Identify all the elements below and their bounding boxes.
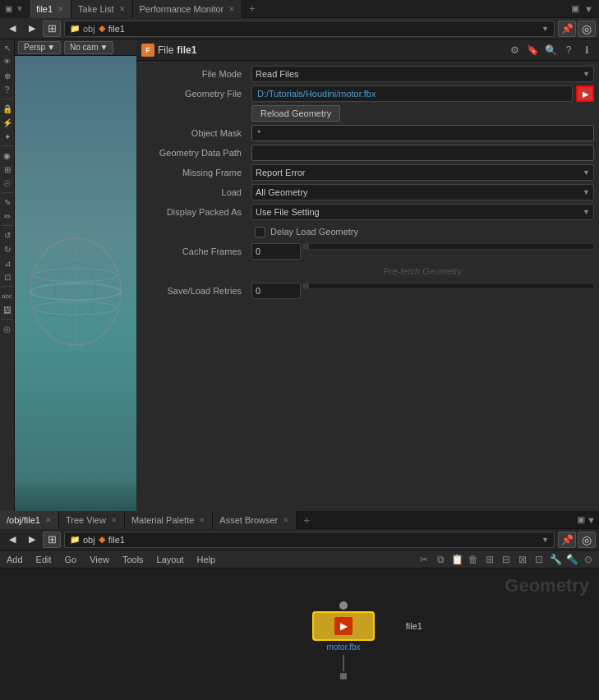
- save-load-retries-slider[interactable]: [302, 283, 594, 289]
- viewport-area: Persp ▼ No cam ▼: [15, 39, 136, 511]
- bottom-layout-icon[interactable]: ⊞: [43, 532, 61, 548]
- rotate-tool[interactable]: ↺: [1, 228, 14, 242]
- viewport-content[interactable]: [15, 56, 136, 511]
- tab-obj-file1[interactable]: /obj/file1 ✕: [0, 511, 59, 529]
- tool8[interactable]: ✎: [1, 196, 14, 209]
- cache-frames-slider[interactable]: [302, 243, 594, 250]
- bottom-window-icon[interactable]: ▣: [577, 514, 585, 525]
- panel-search-icon[interactable]: 🔍: [543, 43, 558, 58]
- menu-icon5[interactable]: ⊞: [482, 552, 497, 567]
- tab-tree-view-close[interactable]: ✕: [111, 516, 117, 524]
- lock-tool[interactable]: 🔒: [1, 102, 14, 115]
- file-browse-button[interactable]: ▸: [576, 85, 594, 102]
- menu-paste-icon[interactable]: 📋: [449, 552, 464, 567]
- bottom-back-button[interactable]: ◀: [3, 532, 21, 548]
- menu-icon7[interactable]: ⊠: [515, 552, 530, 567]
- reload-geometry-button[interactable]: Reload Geometry: [251, 105, 340, 122]
- menu-icon9[interactable]: 🔧: [548, 552, 563, 567]
- path-obj-label: obj: [83, 24, 95, 34]
- tool11[interactable]: ⊡: [1, 270, 14, 283]
- tab-obj-file1-close[interactable]: ✕: [45, 516, 52, 524]
- bottom-radial-button[interactable]: ◎: [578, 532, 596, 548]
- node-label: file1: [406, 621, 422, 631]
- tool7[interactable]: ☉: [1, 177, 14, 190]
- panel-bookmark-icon[interactable]: 🔖: [525, 43, 540, 58]
- menu-icon6[interactable]: ⊟: [499, 552, 514, 567]
- rotate-tool2[interactable]: ↻: [1, 242, 14, 256]
- bottom-forward-button[interactable]: ▶: [23, 532, 41, 548]
- bottom-arrow-icon[interactable]: ▼: [587, 515, 596, 525]
- panel-gear-icon[interactable]: ⚙: [507, 43, 522, 58]
- delay-load-checkbox[interactable]: [255, 227, 265, 237]
- tool13[interactable]: 🖼: [1, 303, 14, 316]
- panel-info-icon[interactable]: ℹ: [579, 43, 594, 58]
- tool14[interactable]: ◎: [1, 322, 14, 335]
- path-combo[interactable]: 📁 obj ◆ file1 ▼: [64, 21, 555, 37]
- tab-asset-browser-close[interactable]: ✕: [283, 516, 289, 524]
- menu-delete-icon[interactable]: 🗑: [466, 552, 481, 567]
- tab-take-list[interactable]: Take List ✕: [71, 0, 132, 18]
- file-mode-select[interactable]: Read Files ▼: [251, 66, 594, 82]
- network-canvas[interactable]: Geometry ▶ file1 motor.fbx: [0, 569, 599, 700]
- persp-camera-button[interactable]: Persp ▼: [18, 41, 61, 54]
- delay-load-checkbox-label: Delay Load Geometry: [270, 227, 358, 237]
- node-body[interactable]: ▶ file1: [312, 611, 375, 641]
- tab-file1-close[interactable]: ✕: [58, 5, 64, 13]
- nocam-button[interactable]: No cam ▼: [64, 41, 113, 54]
- menu-go[interactable]: Go: [62, 555, 81, 564]
- display-packed-select[interactable]: Use File Setting ▼: [251, 204, 594, 220]
- radial-menu-button[interactable]: ◎: [578, 21, 596, 37]
- bottom-tab-right-controls: ▣ ▼: [577, 514, 599, 525]
- cache-frames-input[interactable]: 0: [251, 243, 301, 260]
- tool4[interactable]: ✦: [1, 130, 14, 143]
- tool5[interactable]: ◉: [1, 149, 14, 162]
- geometry-data-path-input[interactable]: [251, 145, 594, 161]
- menu-tools[interactable]: Tools: [119, 555, 147, 564]
- tab-material-palette-close[interactable]: ✕: [199, 516, 205, 524]
- pose-tool[interactable]: ⊕: [1, 69, 14, 82]
- bottom-pin-button[interactable]: 📌: [558, 532, 576, 548]
- add-tab-button[interactable]: +: [242, 2, 262, 15]
- menu-cut-icon[interactable]: ✂: [417, 552, 431, 567]
- missing-frame-select[interactable]: Report Error ▼: [251, 164, 594, 181]
- tab-tree-view[interactable]: Tree View ✕: [59, 511, 125, 529]
- tool3[interactable]: ⚡: [1, 116, 14, 129]
- geometry-file-row: Geometry File D:/Tutorials/Houdini/motor…: [136, 84, 599, 104]
- file1-node[interactable]: ▶ file1 motor.fbx: [312, 601, 375, 679]
- tab-asset-browser[interactable]: Asset Browser ✕: [213, 511, 297, 529]
- forward-button[interactable]: ▶: [23, 21, 41, 37]
- menu-view[interactable]: View: [86, 555, 113, 564]
- tab-material-palette[interactable]: Material Palette ✕: [125, 511, 213, 529]
- tool6[interactable]: ⊞: [1, 163, 14, 176]
- help-tool[interactable]: ?: [1, 83, 14, 96]
- window-arrow-icon[interactable]: ▼: [582, 4, 596, 14]
- select-tool[interactable]: ↖: [1, 41, 14, 54]
- window-menu-icon[interactable]: ▣: [569, 3, 582, 14]
- pin-button[interactable]: 📌: [558, 21, 576, 37]
- menu-help[interactable]: Help: [194, 555, 219, 564]
- tab-performance-monitor[interactable]: Performance Monitor ✕: [133, 0, 243, 18]
- bottom-path-combo[interactable]: 📁 obj ◆ file1 ▼: [64, 532, 555, 548]
- tool12[interactable]: abc: [1, 289, 14, 302]
- bottom-add-tab[interactable]: +: [297, 513, 316, 527]
- tab-take-list-close[interactable]: ✕: [119, 5, 126, 13]
- tool9[interactable]: ✏: [1, 210, 14, 223]
- object-mask-input[interactable]: *: [251, 125, 594, 141]
- tool10[interactable]: ⊿: [1, 256, 14, 269]
- menu-copy-icon[interactable]: ⧉: [433, 552, 448, 567]
- view-tool[interactable]: 👁: [1, 55, 14, 68]
- menu-layout[interactable]: Layout: [154, 555, 187, 564]
- layout-icon[interactable]: ⊞: [43, 21, 61, 37]
- panel-help-icon[interactable]: ?: [561, 43, 576, 58]
- tab-performance-monitor-close[interactable]: ✕: [228, 5, 235, 13]
- menu-icon8[interactable]: ⊡: [532, 552, 546, 567]
- geometry-file-input[interactable]: D:/Tutorials/Houdini/motor.fbx: [251, 85, 573, 102]
- back-button[interactable]: ◀: [3, 21, 21, 37]
- tab-file1[interactable]: file1 ✕: [30, 0, 71, 18]
- menu-icon11[interactable]: ⊙: [581, 552, 596, 567]
- load-select[interactable]: All Geometry ▼: [251, 184, 594, 200]
- menu-edit[interactable]: Edit: [33, 555, 55, 564]
- save-load-retries-input[interactable]: 0: [251, 283, 301, 299]
- menu-add[interactable]: Add: [3, 555, 26, 564]
- menu-icon10[interactable]: 🔦: [564, 552, 579, 567]
